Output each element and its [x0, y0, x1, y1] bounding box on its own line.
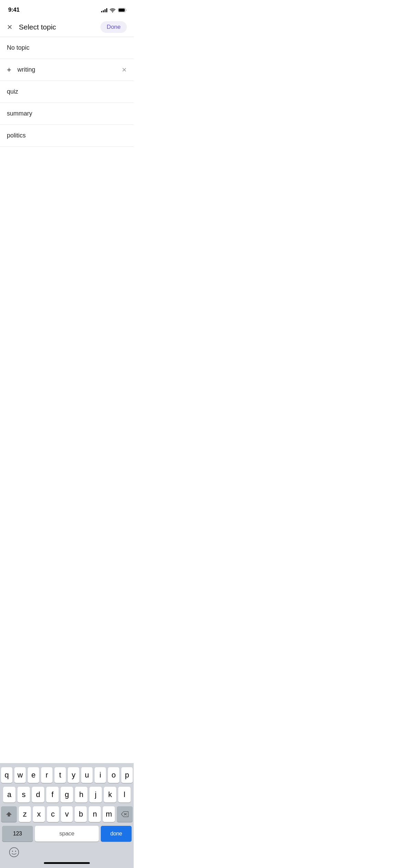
topic-name-quiz: quiz	[7, 88, 18, 95]
status-icons	[101, 8, 127, 12]
close-button[interactable]: ✕	[7, 24, 13, 31]
header-left: ✕ Select topic	[7, 23, 56, 31]
topic-item-writing[interactable]: + writing ✕	[0, 59, 134, 81]
add-icon: +	[7, 66, 11, 74]
header: ✕ Select topic Done	[0, 17, 134, 37]
svg-rect-1	[119, 9, 125, 12]
wifi-icon	[110, 8, 116, 12]
done-button[interactable]: Done	[100, 21, 127, 33]
topic-name-summary: summary	[7, 110, 32, 117]
signal-icon	[101, 8, 107, 12]
status-time: 9:41	[8, 7, 20, 13]
topic-name-writing: writing	[17, 66, 122, 73]
topic-item-no-topic[interactable]: No topic	[0, 37, 134, 59]
no-topic-label: No topic	[7, 44, 29, 51]
topic-list: No topic + writing ✕ quiz summary politi…	[0, 37, 134, 147]
topic-item-politics[interactable]: politics	[0, 125, 134, 147]
topic-item-summary[interactable]: summary	[0, 103, 134, 125]
battery-icon	[118, 8, 127, 12]
header-title: Select topic	[19, 23, 56, 31]
status-bar: 9:41	[0, 0, 134, 17]
topic-name-politics: politics	[7, 132, 26, 139]
remove-icon-writing[interactable]: ✕	[122, 66, 127, 74]
topic-item-quiz[interactable]: quiz	[0, 81, 134, 103]
